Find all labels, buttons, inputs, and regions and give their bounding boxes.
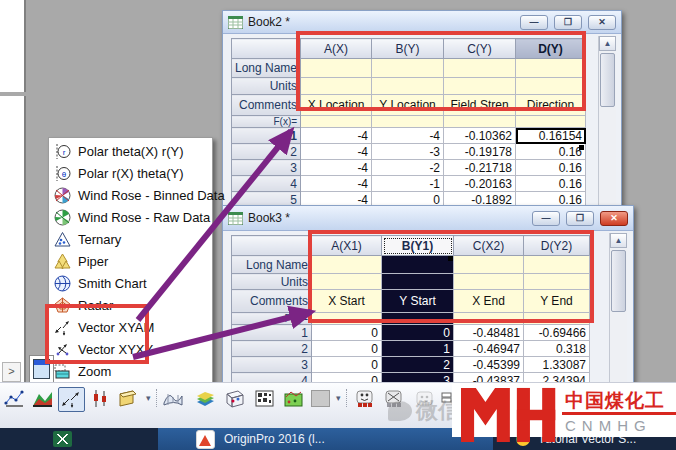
cell[interactable]: 0.16 (516, 144, 586, 160)
book2-close-button[interactable]: ✕ (588, 15, 616, 30)
cell-selected[interactable]: 0 (382, 325, 454, 341)
book2-minimize-button[interactable]: — (520, 15, 548, 30)
column-header[interactable]: A(X1) (312, 236, 382, 256)
menu-item-zoom[interactable]: Zoom (49, 360, 212, 382)
cell-selected[interactable]: 2 (382, 357, 454, 373)
cell[interactable] (516, 59, 586, 78)
cell[interactable]: 0.16 (516, 176, 586, 192)
dropdown-arrow-icon[interactable]: ▾ (146, 393, 151, 403)
row-number[interactable]: 1 (232, 325, 312, 341)
3d-colormap-icon[interactable] (193, 387, 218, 410)
row-number[interactable]: 2 (232, 341, 312, 357)
book3-titlebar[interactable]: Book3 * — ❐ ✕ (223, 206, 633, 231)
scroll-thumb[interactable] (600, 53, 615, 107)
cell[interactable]: X Location (301, 95, 372, 116)
cell[interactable] (372, 116, 444, 128)
cell-selected[interactable] (382, 274, 454, 290)
cell[interactable] (301, 78, 372, 95)
cell[interactable]: -0.21718 (444, 160, 516, 176)
cell[interactable]: -3 (372, 144, 444, 160)
cell[interactable] (444, 78, 516, 95)
active-cell[interactable]: 0.16154 (516, 128, 586, 144)
area-chart-icon[interactable] (30, 387, 55, 410)
cell[interactable]: Y End (524, 290, 590, 313)
menu-item-radar[interactable]: Radar (49, 294, 212, 316)
cell[interactable]: X Start (312, 290, 382, 313)
book3-restore-button[interactable]: ❐ (566, 211, 594, 226)
origin-taskbar-icon[interactable] (196, 430, 215, 449)
scroll-up-arrow[interactable]: ▲ (610, 233, 627, 248)
blank-square-icon[interactable] (308, 387, 333, 410)
cell[interactable] (524, 313, 590, 325)
mask-red-icon[interactable] (352, 387, 377, 410)
cell[interactable] (444, 59, 516, 78)
matrix-icon[interactable] (252, 387, 277, 410)
2d-scatter-line-icon[interactable] (2, 387, 27, 410)
row-number[interactable]: 3 (232, 357, 312, 373)
cell[interactable]: -0.69466 (524, 325, 590, 341)
menu-item-ternary[interactable]: Ternary (49, 228, 212, 250)
3d-scatter-icon[interactable] (222, 387, 247, 410)
cell[interactable] (444, 116, 516, 128)
cell[interactable]: X End (454, 290, 524, 313)
cell[interactable]: -0.48481 (454, 325, 524, 341)
cell-selected[interactable] (382, 256, 454, 274)
cell-selected[interactable]: 1 (382, 341, 454, 357)
image-plot-icon[interactable] (281, 387, 306, 410)
column-header[interactable]: D(Y2) (524, 236, 590, 256)
book3-minimize-button[interactable]: — (532, 211, 560, 226)
dropdown-arrow-icon[interactable]: ▾ (336, 393, 341, 403)
3d-window-icon[interactable] (115, 387, 140, 410)
menu-item-windrose-raw[interactable]: Wind Rose - Raw Data (49, 206, 212, 228)
cell[interactable] (301, 116, 372, 128)
cell[interactable]: 0 (312, 325, 382, 341)
menu-item-polar-r-theta[interactable]: θ Polar r(X) theta(Y) (49, 162, 212, 184)
cell[interactable]: 0 (312, 341, 382, 357)
menu-item-smith[interactable]: Smith Chart (49, 272, 212, 294)
column-header[interactable]: B(Y) (372, 39, 444, 59)
row-number[interactable]: 3 (232, 160, 301, 176)
cell[interactable]: Direction (516, 95, 586, 116)
cell[interactable]: Y Location (372, 95, 444, 116)
excel-taskbar-icon[interactable] (53, 431, 72, 447)
cell[interactable]: 0.16 (516, 160, 586, 176)
book2-restore-button[interactable]: ❐ (554, 15, 582, 30)
selection-handle[interactable] (448, 256, 453, 261)
cell[interactable]: -0.20163 (444, 176, 516, 192)
cell[interactable] (372, 59, 444, 78)
column-header[interactable]: C(X2) (454, 236, 524, 256)
cell[interactable] (454, 256, 524, 274)
row-number[interactable]: 2 (232, 144, 301, 160)
cell[interactable]: -0.10362 (444, 128, 516, 144)
cell[interactable]: -1 (372, 176, 444, 192)
cell[interactable] (372, 78, 444, 95)
cell[interactable] (516, 116, 586, 128)
cell[interactable] (516, 78, 586, 95)
cell[interactable]: -2 (372, 160, 444, 176)
column-header[interactable]: A(X) (301, 39, 372, 59)
book3-close-button[interactable]: ✕ (600, 211, 628, 226)
row-number[interactable]: 1 (232, 128, 301, 144)
cell[interactable]: -4 (301, 176, 372, 192)
cell[interactable]: 0.318 (524, 341, 590, 357)
cell[interactable] (301, 59, 372, 78)
cell[interactable]: 1.33087 (524, 357, 590, 373)
menu-item-vector-xyxy[interactable]: Vector XYXY (49, 338, 212, 360)
cell[interactable]: 0 (312, 357, 382, 373)
book2-titlebar[interactable]: Book2 * — ❐ ✕ (223, 11, 621, 34)
cell-selected[interactable]: Y Start (382, 290, 454, 313)
scroll-thumb[interactable] (611, 250, 626, 312)
cell[interactable]: Field Stren (444, 95, 516, 116)
cell[interactable] (312, 274, 382, 290)
cell[interactable]: -0.19178 (444, 144, 516, 160)
cell[interactable] (312, 256, 382, 274)
cell[interactable]: -4 (372, 128, 444, 144)
cell[interactable]: -0.45399 (454, 357, 524, 373)
column-header-selected[interactable]: D(Y) (516, 39, 586, 59)
book3-vertical-scrollbar[interactable]: ▲ (609, 233, 627, 382)
cell[interactable] (524, 256, 590, 274)
cell[interactable]: -4 (301, 128, 372, 144)
3d-wireframe-icon[interactable] (160, 387, 185, 410)
column-header-selected[interactable]: B(Y1) (382, 236, 454, 256)
origin-taskbar-label[interactable]: OriginPro 2016 (l... (224, 432, 325, 446)
